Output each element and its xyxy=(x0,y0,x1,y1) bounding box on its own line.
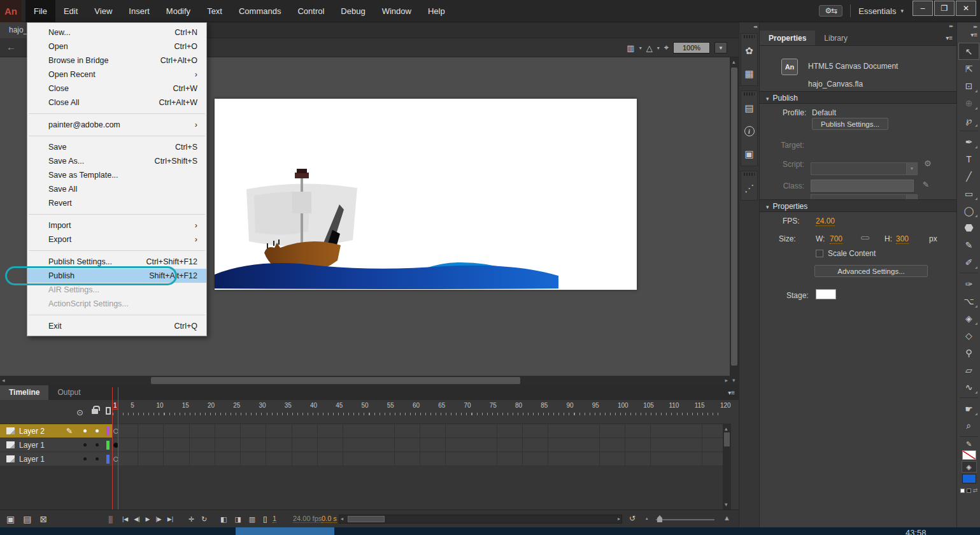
menu-modify[interactable]: Modify xyxy=(158,0,199,22)
line-tool[interactable]: ╱ xyxy=(958,168,979,185)
ink-bottle-tool[interactable]: ◇ xyxy=(958,327,979,344)
ruler-label-30[interactable]: 30 xyxy=(259,402,266,409)
step-back-icon[interactable]: ◀| xyxy=(134,516,139,522)
stage-canvas[interactable] xyxy=(215,99,637,290)
ruler-label-5[interactable]: 5 xyxy=(131,402,134,409)
tab-timeline[interactable]: Timeline xyxy=(0,385,48,400)
ruler-label-85[interactable]: 85 xyxy=(541,402,548,409)
paint-brush-tool[interactable]: ✑ xyxy=(958,275,979,292)
scroll-right-icon[interactable]: ▸ xyxy=(618,515,620,523)
workspace-switcher[interactable]: Essentials ▾ xyxy=(858,6,904,16)
visibility-dot[interactable] xyxy=(83,429,87,432)
swatches-icon[interactable]: ▦ xyxy=(741,62,757,85)
layer-frames-row[interactable] xyxy=(113,438,723,452)
ruler-label-10[interactable]: 10 xyxy=(156,402,163,409)
ruler-label-115[interactable]: 115 xyxy=(695,402,705,409)
onion-skin-outlines-icon[interactable]: ◨ xyxy=(234,515,241,524)
timeline-zoom-slider-thumb[interactable] xyxy=(657,515,662,522)
stage-color-swatch[interactable] xyxy=(816,289,836,299)
elapsed-time-value[interactable]: 0.0 s xyxy=(322,515,337,523)
stage-horizontal-scrollbar[interactable]: ◂ ▸ xyxy=(0,376,730,385)
ruler-label-60[interactable]: 60 xyxy=(413,402,420,409)
file-menu-item-export[interactable]: Export› xyxy=(27,232,206,246)
menu-insert[interactable]: Insert xyxy=(120,0,158,22)
file-menu-item-save-as[interactable]: Save As...Ctrl+Shift+S xyxy=(27,154,206,168)
expand-panels-icon[interactable]: ▸▸ xyxy=(949,24,953,29)
layer-row-layer-1[interactable]: Layer 1 xyxy=(0,452,113,466)
step-forward-icon[interactable]: |▶ xyxy=(155,516,161,522)
ruler-label-80[interactable]: 80 xyxy=(515,402,522,409)
info-icon[interactable]: i xyxy=(741,120,757,143)
scroll-left-icon[interactable]: ◂ xyxy=(2,376,5,385)
scrollbar-thumb[interactable] xyxy=(731,68,737,366)
center-stage-icon[interactable]: ⌖ xyxy=(664,43,669,53)
swap-colors-icon[interactable]: ⇄ xyxy=(973,487,978,494)
file-menu-item-publish[interactable]: PublishShift+Alt+F12 xyxy=(27,269,206,283)
menu-help[interactable]: Help xyxy=(420,0,453,22)
properties-section-header[interactable]: ▾Properties xyxy=(760,199,957,212)
menu-text[interactable]: Text xyxy=(199,0,231,22)
panel-menu-icon[interactable]: ▾≡ xyxy=(728,385,739,400)
restore-button[interactable]: ❐ xyxy=(934,1,955,16)
visibility-dot[interactable] xyxy=(83,457,87,460)
ruler-label-25[interactable]: 25 xyxy=(233,402,240,409)
pen-tool[interactable]: ✒ xyxy=(958,133,979,150)
menu-window[interactable]: Window xyxy=(374,0,420,22)
go-to-first-frame-icon[interactable]: |◀ xyxy=(122,516,128,522)
file-menu-item-import[interactable]: Import› xyxy=(27,218,206,232)
play-icon[interactable]: ▶ xyxy=(146,516,150,522)
fps-value[interactable]: 24.00 xyxy=(816,217,835,226)
3d-rotation-tool[interactable]: ⊕ xyxy=(958,94,979,111)
menu-view[interactable]: View xyxy=(86,0,120,22)
timeline-zoom-slider[interactable] xyxy=(656,519,714,520)
layer-row-layer-1[interactable]: Layer 1 xyxy=(0,438,113,452)
color-icon[interactable]: ✿ xyxy=(741,39,757,62)
publish-settings-button[interactable]: Publish Settings... xyxy=(812,118,888,130)
ruler-label-75[interactable]: 75 xyxy=(490,402,497,409)
file-menu-item-revert[interactable]: Revert xyxy=(27,196,206,210)
width-value[interactable]: 700 xyxy=(830,234,842,244)
ruler-label-70[interactable]: 70 xyxy=(464,402,471,409)
no-color-icon[interactable] xyxy=(967,489,971,493)
scroll-down-icon[interactable]: ▾ xyxy=(725,500,728,510)
file-menu-item-publish-settings[interactable]: Publish Settings...Ctrl+Shift+F12 xyxy=(27,255,206,269)
layer-outline-color-swatch[interactable] xyxy=(106,427,110,436)
layer-outline-color-swatch[interactable] xyxy=(106,441,110,450)
polystar-tool[interactable] xyxy=(958,219,979,236)
go-to-last-frame-icon[interactable]: ▶| xyxy=(167,516,173,522)
file-menu-item-close-all[interactable]: Close AllCtrl+Alt+W xyxy=(27,96,206,110)
new-layer-icon[interactable]: ▣ xyxy=(6,514,15,524)
scrollbar-thumb[interactable] xyxy=(151,377,520,384)
stage-zoom-dropdown[interactable]: ▼ xyxy=(714,42,727,54)
panel-menu-icon[interactable]: ▾≡ xyxy=(970,31,977,38)
edit-scene-icon[interactable]: ▥ xyxy=(627,43,634,53)
scale-content-checkbox[interactable] xyxy=(816,250,823,257)
scroll-down-icon[interactable]: ▾ xyxy=(732,376,735,385)
menu-debug[interactable]: Debug xyxy=(332,0,373,22)
publish-section-header[interactable]: ▾Publish xyxy=(760,91,957,104)
rectangle-tool[interactable]: ▭ xyxy=(958,185,979,202)
oval-tool[interactable]: ◯ xyxy=(958,202,979,219)
layer-frames-row[interactable] xyxy=(113,424,723,438)
edit-symbols-icon[interactable]: △ xyxy=(646,43,653,53)
ruler-label-45[interactable]: 45 xyxy=(336,402,343,409)
eyedropper-tool[interactable]: ⚲ xyxy=(958,344,979,361)
transform-icon[interactable]: ▣ xyxy=(741,143,757,166)
file-menu-item-close[interactable]: CloseCtrl+W xyxy=(27,82,206,96)
frame-ruler[interactable]: 1510152025303540455055606570758085909510… xyxy=(0,402,731,411)
edit-multiple-frames-icon[interactable]: ▥ xyxy=(249,515,255,524)
tab-library[interactable]: Library xyxy=(815,31,856,45)
zoom-tool[interactable]: ⌕ xyxy=(958,417,979,434)
scrollbar-thumb[interactable] xyxy=(724,432,730,446)
layer-row-layer-2[interactable]: Layer 2✎ xyxy=(0,424,113,438)
layer-frames-row[interactable] xyxy=(113,452,723,466)
timeline-horizontal-scrollbar[interactable]: ◂ ▸ xyxy=(339,515,622,524)
video-progress-bar[interactable] xyxy=(236,527,334,535)
expand-panels-icon[interactable]: ▸▸ xyxy=(974,24,977,29)
collapse-dock-icon[interactable]: ◂◂ xyxy=(753,24,756,29)
frame-rate-value[interactable]: 24.00 fps xyxy=(293,515,322,523)
ruler-label-20[interactable]: 20 xyxy=(208,402,215,409)
menu-control[interactable]: Control xyxy=(289,0,332,22)
modify-markers-icon[interactable]: [] xyxy=(263,515,267,523)
stage-zoom-input[interactable]: 100% xyxy=(673,42,710,54)
